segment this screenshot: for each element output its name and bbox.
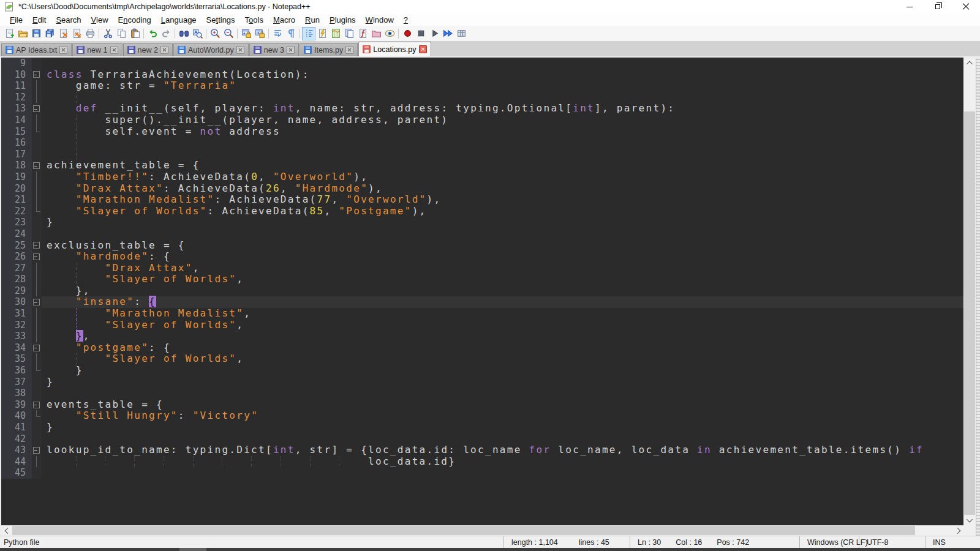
vertical-scrollbar[interactable] bbox=[963, 58, 976, 525]
fold-toggle-icon[interactable] bbox=[32, 251, 42, 263]
code-text[interactable] bbox=[42, 228, 963, 240]
code-line-20[interactable]: 20 "Drax Attax": AchieveData(26, "Hardmo… bbox=[1, 183, 963, 195]
close-icon[interactable] bbox=[56, 27, 70, 40]
status-encoding[interactable]: UTF-8 bbox=[859, 536, 925, 548]
code-text[interactable]: loc_data.id} bbox=[42, 456, 963, 468]
menu-plugins[interactable]: Plugins bbox=[325, 14, 361, 26]
fold-toggle-icon[interactable] bbox=[32, 240, 42, 252]
code-text[interactable] bbox=[42, 433, 963, 445]
scroll-left-arrow-icon[interactable] bbox=[1, 525, 12, 536]
fold-toggle-icon[interactable] bbox=[32, 399, 42, 411]
tab-new-3[interactable]: new 3 bbox=[249, 43, 299, 56]
show-indent-guide-icon[interactable] bbox=[302, 27, 315, 40]
code-text[interactable] bbox=[42, 58, 963, 69]
horizontal-scrollbar[interactable] bbox=[0, 525, 963, 536]
macro-run-multiple-icon[interactable] bbox=[441, 27, 454, 40]
menu-help[interactable]: ? bbox=[399, 14, 413, 26]
close-all-icon[interactable] bbox=[70, 27, 83, 40]
code-line-10[interactable]: 10class TerrariaAchievement(Location): bbox=[1, 69, 963, 81]
code-text[interactable] bbox=[42, 137, 963, 149]
open-file-icon[interactable] bbox=[16, 27, 29, 40]
print-icon[interactable] bbox=[83, 27, 97, 40]
tab-new-2[interactable]: new 2 bbox=[123, 43, 173, 56]
code-line-31[interactable]: 31 "Marathon Medalist", bbox=[1, 308, 963, 320]
save-icon[interactable] bbox=[29, 27, 43, 40]
code-text[interactable]: } bbox=[42, 365, 963, 377]
code-text[interactable]: "insane": { bbox=[42, 296, 963, 308]
save-all-icon[interactable] bbox=[43, 27, 56, 40]
replace-icon[interactable] bbox=[190, 27, 204, 40]
code-line-30[interactable]: 30 "insane": { bbox=[1, 296, 963, 308]
code-text[interactable]: } bbox=[42, 422, 963, 433]
code-text[interactable]: "Slayer of Worlds", bbox=[42, 353, 963, 365]
menu-tools[interactable]: Tools bbox=[240, 14, 268, 26]
code-line-24[interactable]: 24 bbox=[1, 228, 963, 240]
menu-view[interactable]: View bbox=[86, 14, 113, 26]
macro-record-icon[interactable] bbox=[401, 27, 414, 40]
tab-autoworld-py[interactable]: AutoWorld.py bbox=[173, 43, 249, 56]
undo-icon[interactable] bbox=[146, 27, 159, 40]
code-text[interactable]: "Marathon Medalist", bbox=[42, 308, 963, 320]
code-line-21[interactable]: 21 "Marathon Medalist": AchieveData(77, … bbox=[1, 194, 963, 206]
fold-toggle-icon[interactable] bbox=[32, 342, 42, 354]
function-completion-icon[interactable] bbox=[315, 27, 329, 40]
code-text[interactable] bbox=[42, 92, 963, 103]
code-line-34[interactable]: 34 "postgame": { bbox=[1, 342, 963, 354]
menu-run[interactable]: Run bbox=[300, 14, 325, 26]
tab-close-autoworld-py[interactable] bbox=[236, 46, 244, 54]
code-text[interactable]: self.event = not address bbox=[42, 126, 963, 138]
code-text[interactable]: "Drax Attax": AchieveData(26, "Hardmode"… bbox=[42, 183, 963, 195]
code-line-45[interactable]: 45 bbox=[1, 467, 963, 479]
tab-close-new-3[interactable] bbox=[287, 46, 295, 54]
word-wrap-icon[interactable] bbox=[271, 27, 284, 40]
code-line-41[interactable]: 41} bbox=[1, 422, 963, 433]
code-text[interactable]: lookup_id_to_name: typing.Dict[int, str]… bbox=[42, 444, 963, 456]
document-map-icon[interactable] bbox=[329, 27, 342, 40]
code-line-44[interactable]: 44 loc_data.id} bbox=[1, 456, 963, 468]
code-text[interactable]: achievement_table = { bbox=[42, 160, 963, 171]
code-text[interactable]: game: str = "Terraria" bbox=[42, 80, 963, 92]
fold-toggle-icon[interactable] bbox=[32, 160, 42, 171]
scroll-up-arrow-icon[interactable] bbox=[963, 58, 976, 68]
code-line-22[interactable]: 22 "Slayer of Worlds": AchieveData(85, "… bbox=[1, 206, 963, 217]
fold-toggle-icon[interactable] bbox=[32, 103, 42, 114]
code-text[interactable]: } bbox=[42, 217, 963, 228]
code-line-35[interactable]: 35 "Slayer of Worlds", bbox=[1, 353, 963, 365]
tab-locations-py[interactable]: Locations.py bbox=[358, 42, 431, 56]
code-text[interactable]: } bbox=[42, 377, 963, 388]
sync-horizontal-scroll-icon[interactable] bbox=[253, 27, 266, 40]
code-text[interactable]: "hardmode": { bbox=[42, 251, 963, 263]
code-line-27[interactable]: 27 "Drax Attax", bbox=[1, 263, 963, 274]
code-line-15[interactable]: 15 self.event = not address bbox=[1, 126, 963, 138]
code-text[interactable]: "Slayer of Worlds", bbox=[42, 274, 963, 285]
menu-settings[interactable]: Settings bbox=[202, 14, 240, 26]
code-text[interactable]: }, bbox=[42, 285, 963, 297]
code-line-11[interactable]: 11 game: str = "Terraria" bbox=[1, 80, 963, 92]
code-text[interactable]: "Slayer of Worlds", bbox=[42, 320, 963, 331]
code-line-13[interactable]: 13 def __init__(self, player: int, name:… bbox=[1, 103, 963, 114]
paste-icon[interactable] bbox=[128, 27, 141, 40]
code-line-16[interactable]: 16 bbox=[1, 137, 963, 149]
fold-toggle-icon[interactable] bbox=[32, 69, 42, 81]
code-text[interactable]: "Drax Attax", bbox=[42, 263, 963, 274]
tab-items-py[interactable]: Items.py bbox=[300, 43, 358, 56]
copy-icon[interactable] bbox=[115, 27, 128, 40]
find-icon[interactable] bbox=[177, 27, 190, 40]
file-monitoring-icon[interactable] bbox=[383, 27, 396, 40]
code-text[interactable] bbox=[42, 388, 963, 399]
sync-vertical-scroll-icon[interactable] bbox=[239, 27, 253, 40]
code-text[interactable]: def __init__(self, player: int, name: st… bbox=[42, 103, 963, 114]
tab-close-new-2[interactable] bbox=[160, 46, 168, 54]
code-editor[interactable]: 910class TerrariaAchievement(Location):1… bbox=[0, 58, 963, 525]
code-text[interactable]: events_table = { bbox=[42, 399, 963, 411]
vertical-scroll-thumb[interactable] bbox=[964, 111, 975, 515]
menu-edit[interactable]: Edit bbox=[28, 14, 51, 26]
redo-icon[interactable] bbox=[159, 27, 173, 40]
scroll-right-arrow-icon[interactable] bbox=[953, 525, 963, 536]
code-line-14[interactable]: 14 super().__init__(player, name, addres… bbox=[1, 114, 963, 126]
menu-macro[interactable]: Macro bbox=[268, 14, 300, 26]
status-insert-mode[interactable]: INS bbox=[925, 536, 980, 548]
menu-encoding[interactable]: Encoding bbox=[113, 14, 156, 26]
code-line-36[interactable]: 36 } bbox=[1, 365, 963, 377]
code-text[interactable]: exclusion_table = { bbox=[42, 240, 963, 252]
